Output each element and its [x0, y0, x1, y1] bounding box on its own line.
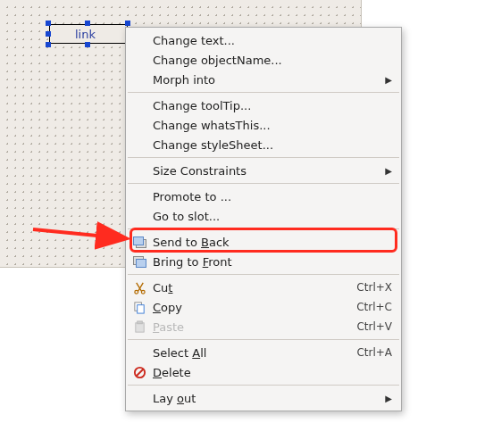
delete-icon — [131, 365, 147, 379]
menu-lay-out[interactable]: Lay out ▶ — [126, 388, 401, 408]
resize-handle-bm[interactable] — [85, 42, 90, 47]
shortcut-label: Ctrl+C — [356, 301, 392, 313]
menu-separator — [128, 339, 399, 340]
menu-copy[interactable]: Copy Ctrl+C — [126, 297, 401, 317]
blank-icon — [131, 209, 147, 223]
menu-label: Change whatsThis... — [153, 119, 392, 132]
cut-icon — [131, 280, 147, 295]
resize-handle-tr[interactable] — [125, 21, 130, 26]
menu-label: Change toolTip... — [153, 99, 392, 112]
submenu-arrow-icon: ▶ — [385, 394, 392, 403]
menu-label: Delete — [153, 366, 392, 379]
menu-label: Lay out — [153, 392, 385, 405]
menu-change-stylesheet[interactable]: Change styleSheet... — [126, 135, 401, 154]
svg-point-1 — [141, 290, 145, 294]
menu-separator — [128, 92, 399, 93]
submenu-arrow-icon: ▶ — [385, 166, 392, 176]
menu-change-objectname[interactable]: Change objectName... — [126, 50, 401, 70]
send-to-back-icon — [131, 235, 147, 249]
menu-label: Copy — [153, 301, 356, 314]
menu-select-all[interactable]: Select All Ctrl+A — [126, 343, 401, 362]
svg-line-7 — [136, 369, 143, 376]
blank-icon — [131, 391, 147, 405]
menu-delete[interactable]: Delete — [126, 362, 401, 382]
resize-handle-tl[interactable] — [46, 21, 51, 26]
resize-handle-ml[interactable] — [46, 31, 51, 37]
menu-label: Change text... — [153, 34, 392, 47]
menu-change-text[interactable]: Change text... — [126, 30, 401, 50]
menu-label: Change styleSheet... — [153, 138, 392, 152]
menu-label: Go to slot... — [153, 210, 392, 223]
menu-bring-to-front[interactable]: Bring to Front — [126, 252, 401, 271]
svg-rect-5 — [137, 320, 142, 323]
link-label-text: link — [75, 28, 96, 41]
menu-morph-into[interactable]: Morph into ▶ — [126, 70, 401, 89]
link-label-widget[interactable]: link — [49, 24, 128, 44]
blank-icon — [131, 53, 147, 67]
menu-send-to-back[interactable]: Send to Back — [126, 232, 401, 252]
blank-icon — [131, 98, 147, 112]
blank-icon — [131, 189, 147, 203]
svg-rect-3 — [137, 304, 144, 312]
menu-label: Change objectName... — [153, 54, 392, 67]
blank-icon — [131, 163, 147, 178]
menu-label: Bring to Front — [153, 255, 392, 269]
menu-label: Cut — [153, 281, 356, 295]
menu-label: Morph into — [153, 73, 385, 87]
menu-label: Size Constraints — [153, 164, 385, 178]
menu-cut[interactable]: Cut Ctrl+X — [126, 278, 401, 297]
copy-icon — [131, 300, 147, 314]
blank-icon — [131, 345, 147, 360]
menu-promote-to[interactable]: Promote to ... — [126, 187, 401, 206]
shortcut-label: Ctrl+A — [356, 346, 392, 359]
blank-icon — [131, 137, 147, 152]
shortcut-label: Ctrl+V — [356, 320, 392, 333]
bring-to-front-icon — [131, 254, 147, 269]
blank-icon — [131, 118, 147, 132]
menu-separator — [128, 183, 399, 184]
menu-separator — [128, 157, 399, 158]
svg-point-0 — [134, 290, 138, 294]
context-menu: Change text... Change objectName... Morp… — [125, 27, 402, 411]
menu-label: Send to Back — [153, 236, 392, 249]
svg-rect-4 — [135, 322, 143, 331]
menu-go-to-slot[interactable]: Go to slot... — [126, 206, 401, 226]
resize-handle-tm[interactable] — [85, 21, 90, 26]
menu-label: Paste — [153, 320, 356, 334]
menu-size-constraints[interactable]: Size Constraints ▶ — [126, 161, 401, 180]
menu-separator — [128, 228, 399, 229]
menu-change-whatsthis[interactable]: Change whatsThis... — [126, 115, 401, 135]
blank-icon — [131, 72, 147, 87]
menu-change-tooltip[interactable]: Change toolTip... — [126, 95, 401, 115]
menu-label: Select All — [153, 346, 356, 360]
menu-paste: Paste Ctrl+V — [126, 317, 401, 336]
menu-separator — [128, 274, 399, 275]
shortcut-label: Ctrl+X — [356, 281, 392, 294]
resize-handle-bl[interactable] — [46, 42, 51, 47]
menu-label: Promote to ... — [153, 190, 392, 203]
paste-icon — [131, 319, 147, 334]
blank-icon — [131, 33, 147, 47]
submenu-arrow-icon: ▶ — [385, 75, 392, 85]
menu-separator — [128, 385, 399, 386]
